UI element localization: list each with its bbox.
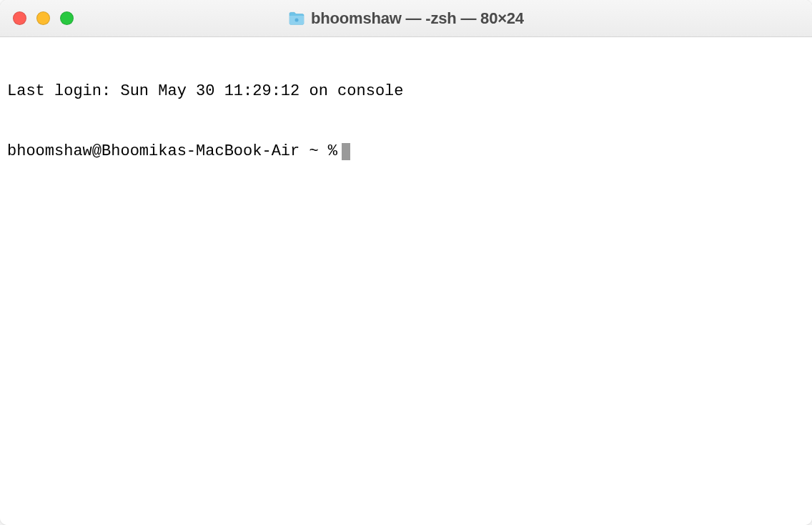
- window-title: bhoomshaw — -zsh — 80×24: [311, 9, 524, 28]
- minimize-button[interactable]: [36, 11, 50, 25]
- titlebar[interactable]: bhoomshaw — -zsh — 80×24: [0, 0, 812, 37]
- cursor[interactable]: [342, 143, 350, 160]
- close-button[interactable]: [13, 11, 26, 25]
- folder-icon: [288, 11, 305, 26]
- svg-point-0: [295, 18, 299, 21]
- title-wrap: bhoomshaw — -zsh — 80×24: [0, 9, 812, 28]
- terminal-content[interactable]: Last login: Sun May 30 11:29:12 on conso…: [0, 37, 812, 525]
- prompt-text: bhoomshaw@Bhoomikas-MacBook-Air ~ %: [7, 142, 337, 162]
- terminal-window: bhoomshaw — -zsh — 80×24 Last login: Sun…: [0, 0, 812, 525]
- prompt-line: bhoomshaw@Bhoomikas-MacBook-Air ~ %: [7, 142, 805, 162]
- zoom-button[interactable]: [60, 11, 74, 25]
- last-login-line: Last login: Sun May 30 11:29:12 on conso…: [7, 82, 805, 102]
- traffic-lights: [13, 11, 74, 25]
